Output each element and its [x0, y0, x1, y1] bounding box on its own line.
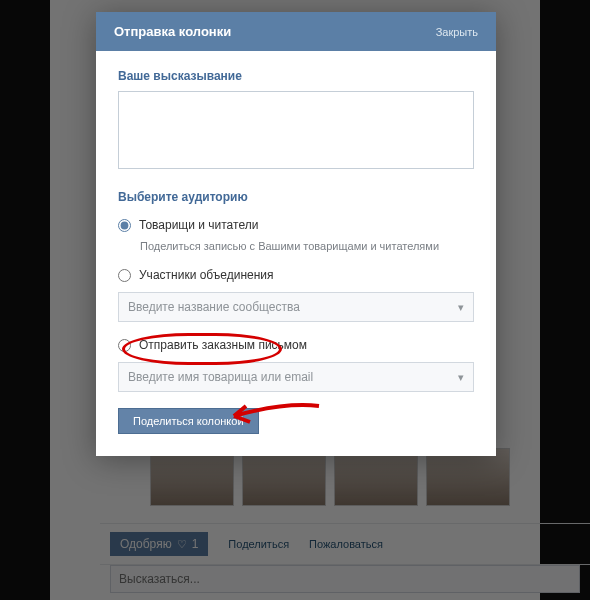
community-select[interactable]: Введите название сообщества [118, 292, 474, 322]
option-private[interactable]: Отправить заказным письмом [118, 332, 474, 358]
audience-label: Выберите аудиторию [118, 190, 474, 204]
statement-textarea[interactable] [118, 91, 474, 169]
close-button[interactable]: Закрыть [436, 26, 478, 38]
share-modal: Отправка колонки Закрыть Ваше высказыван… [96, 12, 496, 456]
community-placeholder: Введите название сообщества [128, 300, 300, 314]
radio-community-label[interactable]: Участники объединения [139, 268, 274, 282]
option-community[interactable]: Участники объединения [118, 262, 474, 288]
modal-title: Отправка колонки [114, 24, 231, 39]
modal-header: Отправка колонки Закрыть [96, 12, 496, 51]
private-select[interactable]: Введите имя товарища или email [118, 362, 474, 392]
radio-friends[interactable] [118, 219, 131, 232]
modal-body: Ваше высказывание Выберите аудиторию Тов… [96, 51, 496, 456]
radio-community[interactable] [118, 269, 131, 282]
radio-private[interactable] [118, 339, 131, 352]
statement-label: Ваше высказывание [118, 69, 474, 83]
share-submit-button[interactable]: Поделиться колонкой [118, 408, 259, 434]
radio-friends-label[interactable]: Товарищи и читатели [139, 218, 258, 232]
friends-hint: Поделиться записью с Вашими товарищами и… [118, 238, 474, 262]
private-placeholder: Введите имя товарища или email [128, 370, 313, 384]
radio-private-label[interactable]: Отправить заказным письмом [139, 338, 307, 352]
option-friends[interactable]: Товарищи и читатели [118, 212, 474, 238]
